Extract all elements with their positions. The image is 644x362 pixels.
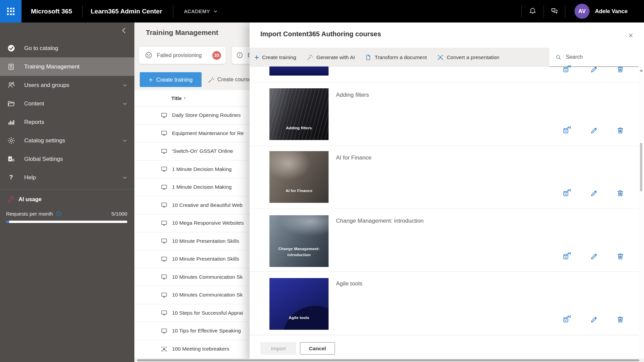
import-courses-dialog: Import Content365 Authoring courses + Cr… (250, 22, 644, 362)
info-icon (236, 52, 243, 59)
sidebar-collapse-button[interactable] (118, 25, 130, 37)
users-icon (7, 81, 15, 90)
info-icon[interactable] (56, 211, 62, 217)
search-box[interactable] (549, 48, 644, 67)
divider (250, 82, 644, 83)
sidebar-item-training-management[interactable]: Training Management (0, 57, 134, 76)
delete-course-button[interactable] (615, 64, 625, 74)
close-button[interactable] (625, 30, 636, 41)
notifications-button[interactable] (525, 0, 540, 22)
sidebar-item-catalog-settings[interactable]: Catalog settings (0, 131, 134, 150)
monitor-icon (161, 237, 168, 244)
create-course-button[interactable]: Create course (208, 72, 251, 87)
delete-course-button[interactable] (615, 315, 625, 324)
app-window: Microsoft 365 Learn365 Admin Center ACAD… (0, 0, 644, 362)
monitor-icon (161, 327, 168, 334)
svg-text:A: A (9, 157, 11, 161)
create-course-label: Create course (217, 77, 251, 83)
transform-document-button[interactable]: Transform a document (365, 54, 427, 61)
import-course-button[interactable] (562, 126, 572, 135)
requests-value: 5/1000 (112, 211, 127, 217)
feedback-button[interactable] (547, 0, 562, 22)
search-input[interactable] (565, 54, 632, 60)
sidebar-item-label: Reports (24, 119, 44, 126)
course-title: Change Management: introduction (336, 218, 424, 224)
person-frame-icon (437, 54, 444, 61)
import-course-button[interactable] (562, 64, 572, 74)
requests-progress-bar (6, 221, 127, 223)
create-training-label: Create training (156, 77, 192, 83)
chevron-down-icon (122, 82, 128, 88)
delete-course-button[interactable] (615, 252, 625, 261)
sidebar-item-global-settings[interactable]: A Global Settings (0, 150, 134, 168)
app-launcher-button[interactable] (0, 0, 22, 22)
generate-with-ai-button[interactable]: Generate with AI (306, 54, 355, 61)
sidebar-item-label: Help (24, 174, 36, 181)
sidebar-item-go-to-catalog[interactable]: Go to catalog (0, 39, 134, 57)
catalog-check-icon (7, 44, 15, 53)
edit-course-button[interactable] (589, 315, 599, 324)
edit-course-button[interactable] (589, 252, 599, 261)
title-column-header[interactable]: Title ↑ (171, 95, 186, 101)
ai-usage-section: AI usage Requests per month 5/1000 (0, 189, 134, 229)
sidebar-item-label: Users and groups (24, 82, 69, 89)
chevron-down-icon (122, 138, 128, 143)
sidebar-item-users-and-groups[interactable]: Users and groups (0, 76, 134, 94)
dialog-scrollbar[interactable] (639, 66, 644, 362)
admin-gear-icon: A (7, 155, 15, 164)
scrollbar-thumb[interactable] (137, 359, 639, 361)
wand-sparkle-icon (7, 195, 15, 203)
question-icon: ? (7, 173, 15, 182)
course-thumbnail-partial[interactable] (269, 66, 329, 76)
import-button[interactable]: Import (260, 342, 296, 355)
top-app-bar: Microsoft 365 Learn365 Admin Center ACAD… (0, 0, 644, 22)
user-menu[interactable]: AV (574, 4, 590, 19)
dialog-create-training-button[interactable]: + Create training (254, 53, 296, 61)
app-name[interactable]: Learn365 Admin Center (91, 0, 162, 22)
page-title: Training Management (146, 29, 218, 37)
course-thumbnail[interactable]: Agile tools (269, 278, 329, 330)
sidebar-item-reports[interactable]: Reports (0, 113, 134, 131)
delete-course-button[interactable] (615, 126, 625, 135)
separator (82, 5, 83, 17)
separator (565, 5, 565, 17)
sad-face-icon (145, 51, 153, 59)
chevron-down-icon (122, 101, 128, 106)
tenant-selector[interactable]: ACADEMY (184, 0, 218, 22)
import-course-button[interactable] (562, 252, 572, 261)
monitor-icon (161, 184, 168, 191)
dialog-title: Import Content365 Authoring courses (260, 30, 381, 38)
course-thumbnail[interactable]: Adding filters (269, 88, 329, 140)
scroll-up-arrow-icon[interactable] (640, 69, 643, 72)
monitor-icon (161, 291, 168, 299)
sidebar-menu: Go to catalog Training Management (0, 39, 134, 187)
monitor-icon (161, 130, 168, 137)
scrollbar-thumb[interactable] (640, 143, 642, 191)
monitor-icon (161, 166, 168, 173)
failed-provisioning-chip[interactable]: Failed provisioning 33 (139, 47, 226, 64)
dialog-command-bar: + Create training (250, 48, 644, 67)
edit-course-button[interactable] (589, 64, 599, 74)
plus-icon: + (149, 76, 153, 83)
import-course-button[interactable] (562, 315, 572, 324)
bell-icon (528, 7, 537, 15)
edit-course-button[interactable] (589, 126, 599, 135)
cancel-button[interactable]: Cancel (300, 342, 335, 355)
sidebar-item-help[interactable]: ? Help (0, 168, 134, 187)
separator (521, 5, 522, 17)
course-thumbnail[interactable]: AI for Finance (269, 151, 329, 203)
product-name[interactable]: Microsoft 365 (31, 0, 72, 22)
delete-course-button[interactable] (615, 188, 625, 198)
edit-course-button[interactable] (589, 188, 599, 198)
ai-usage-title: AI usage (18, 196, 42, 202)
create-training-button[interactable]: + Create training (140, 72, 202, 87)
horizontal-scrollbar[interactable] (134, 359, 644, 362)
course-thumbnail[interactable]: Change Management: introduction (269, 215, 329, 267)
gear-icon (7, 136, 15, 145)
divider (250, 209, 644, 209)
import-course-button[interactable] (562, 188, 572, 198)
sidebar-item-content[interactable]: Content (0, 94, 134, 113)
chevron-down-icon (213, 9, 218, 14)
convert-presentation-button[interactable]: Convert a presentation (437, 54, 500, 61)
sidebar-item-label: Training Management (24, 63, 80, 70)
